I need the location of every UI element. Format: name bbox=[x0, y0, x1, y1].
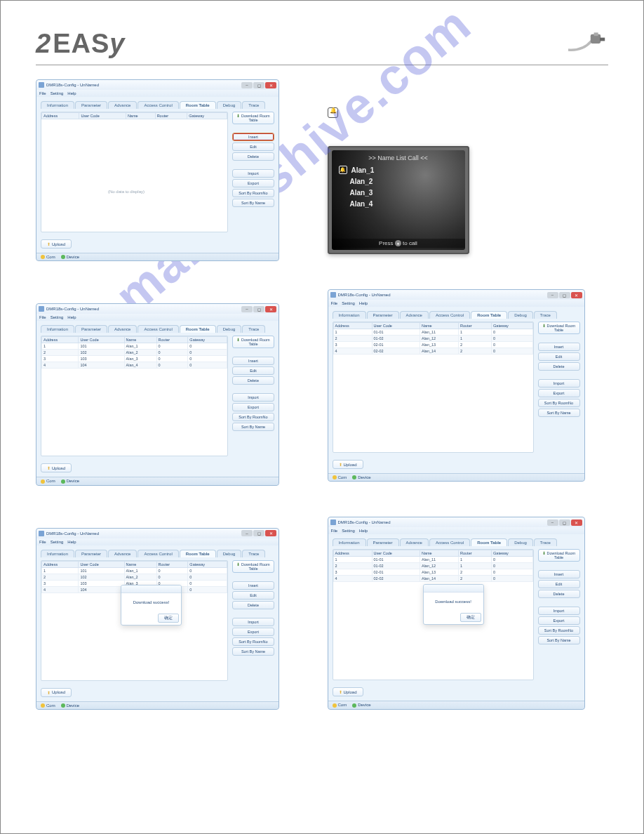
namelist-title: >> Name List Call << bbox=[339, 154, 458, 161]
right-note bbox=[328, 107, 609, 118]
delete-button[interactable]: Delete bbox=[232, 152, 274, 161]
table-row: 1101Alan_100 bbox=[42, 343, 227, 350]
bell-icon bbox=[328, 107, 338, 118]
empty-msg: (No data to display) bbox=[108, 190, 145, 194]
download-room-table-button[interactable]: Download Room Table bbox=[232, 112, 274, 124]
tabs: Information Parameter Advance Access Con… bbox=[41, 101, 274, 109]
export-button[interactable]: Export bbox=[232, 179, 274, 187]
config-window-3: DMR18s-Config - UnNamed–◻✕ FileSettingHe… bbox=[36, 528, 279, 710]
insert-button[interactable]: Insert bbox=[232, 133, 274, 141]
dialog-ok-button[interactable]: 确定 bbox=[158, 614, 179, 623]
min-button[interactable]: – bbox=[241, 82, 253, 88]
config-window-2: DMR18s-Config - UnNamed–◻✕ FileSettingHe… bbox=[36, 303, 279, 485]
tab-access-control[interactable]: Access Control bbox=[137, 101, 178, 109]
download-success-dialog: Download success! 确定 bbox=[121, 585, 182, 626]
room-table: AddressUser CodeNameRouterGateway (No da… bbox=[41, 112, 228, 232]
config-window-1: DMR18s-Config - UnNamed –◻✕ FileSettingH… bbox=[36, 79, 279, 261]
brand-logo: 2EASy bbox=[36, 29, 125, 59]
download-success-dialog: Download success! 确定 bbox=[423, 584, 484, 625]
svg-rect-1 bbox=[594, 32, 598, 36]
table-row: 101-01Alan_1110 bbox=[333, 329, 532, 336]
call-icon: ● bbox=[395, 240, 401, 246]
config-window-5: DMR18s-Config - UnNamed–◻✕ FileSettingHe… bbox=[328, 517, 585, 709]
room-table: AddressUser CodeNameRouterGateway 1101Al… bbox=[41, 336, 228, 456]
doc-header: 2EASy bbox=[36, 29, 608, 65]
table-row: 402-02Alan_1420 bbox=[333, 348, 532, 355]
namelist-item[interactable]: Alan_2 bbox=[339, 178, 458, 185]
tab-parameter[interactable]: Parameter bbox=[75, 101, 107, 109]
edit-button[interactable]: Edit bbox=[232, 143, 274, 151]
bell-icon: 🔔 bbox=[339, 166, 347, 174]
table-row: 3103Alan_300 bbox=[42, 356, 227, 362]
table-row: 2102Alan_200 bbox=[42, 350, 227, 356]
import-button[interactable]: Import bbox=[232, 169, 274, 178]
connector-icon bbox=[566, 29, 608, 59]
tab-room-table[interactable]: Room Table bbox=[180, 101, 216, 109]
namelist-item[interactable]: Alan_3 bbox=[339, 189, 458, 197]
table-row: 4104Alan_400 bbox=[42, 362, 227, 369]
max-button[interactable]: ◻ bbox=[253, 82, 264, 88]
namelist-hint: Press ● to call bbox=[332, 239, 465, 248]
menu-file[interactable]: File bbox=[39, 91, 46, 95]
upload-button[interactable]: Upload bbox=[41, 239, 72, 249]
tab-advance[interactable]: Advance bbox=[108, 101, 137, 109]
svg-rect-2 bbox=[600, 37, 605, 41]
dialog-ok-button[interactable]: 确定 bbox=[460, 613, 481, 622]
tab-trace[interactable]: Trace bbox=[242, 101, 265, 109]
menu-help[interactable]: Help bbox=[67, 91, 76, 95]
table-row: 302-01Alan_1320 bbox=[333, 342, 532, 348]
menu-setting[interactable]: Setting bbox=[51, 91, 64, 95]
menubar: FileSettingHelp bbox=[36, 90, 279, 97]
dialog-message: Download success! bbox=[121, 593, 181, 611]
namelist-item[interactable]: 🔔Alan_1 bbox=[339, 166, 458, 174]
namelist-item[interactable]: Alan_4 bbox=[339, 200, 458, 208]
tab-debug[interactable]: Debug bbox=[217, 101, 242, 109]
sort-room-button[interactable]: Sort By RoomNo bbox=[232, 189, 274, 197]
table-row: 201-02Alan_1210 bbox=[333, 336, 532, 342]
sort-name-button[interactable]: Sort By Name bbox=[232, 199, 274, 207]
close-button[interactable]: ✕ bbox=[265, 82, 276, 88]
window-title: DMR18s-Config - UnNamed bbox=[46, 83, 99, 87]
config-window-4: DMR18s-Config - UnNamed–◻✕ FileSettingHe… bbox=[328, 289, 585, 482]
tab-information[interactable]: Information bbox=[41, 101, 74, 109]
name-list-device: >> Name List Call << 🔔Alan_1 Alan_2 Alan… bbox=[328, 146, 469, 254]
